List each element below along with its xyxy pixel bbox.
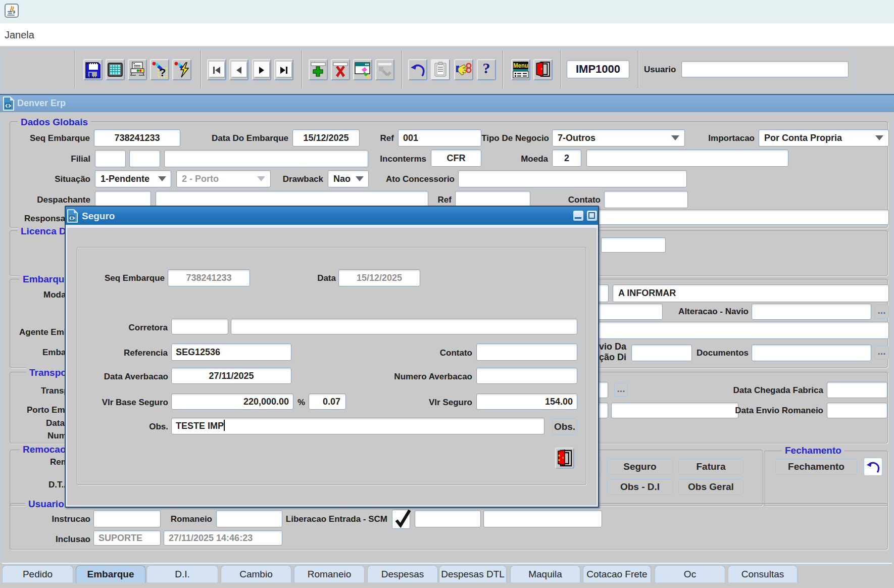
svg-text:?: ? xyxy=(159,66,166,78)
svg-text:Menu: Menu xyxy=(514,62,528,69)
